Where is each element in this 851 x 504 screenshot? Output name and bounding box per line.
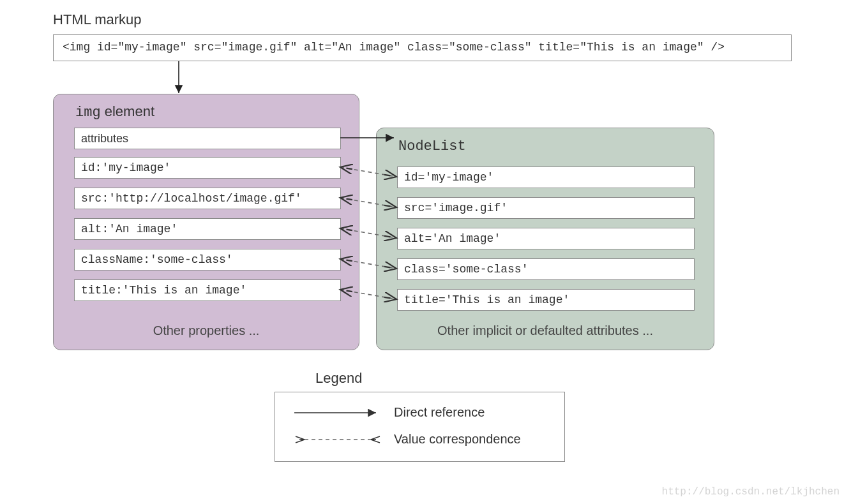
slot-src-prop: src:'http://localhost/image.gif' bbox=[74, 188, 341, 209]
panel-footer-nodelist: Other implicit or defaulted attributes .… bbox=[377, 323, 714, 338]
legend-box: Direct reference Value correspondence bbox=[275, 392, 565, 462]
slot-class-attr: class='some-class' bbox=[397, 258, 695, 280]
slot-title-attr: title='This is an image' bbox=[397, 289, 695, 311]
slot-attributes: attributes bbox=[74, 128, 341, 149]
legend-row-valcorr: Value correspondence bbox=[293, 432, 521, 447]
panel-title-code: img bbox=[75, 105, 101, 121]
legend-direct-label: Direct reference bbox=[394, 405, 485, 420]
panel-nodelist: NodeList id='my-image' src='image.gif' a… bbox=[376, 128, 714, 350]
panel-title-nodelist: NodeList bbox=[398, 138, 466, 154]
slot-title-prop: title:'This is an image' bbox=[74, 279, 341, 301]
watermark: http://blog.csdn.net/lkjhchen bbox=[662, 486, 840, 498]
panel-title-text: element bbox=[101, 103, 154, 119]
legend-title: Legend bbox=[315, 370, 362, 387]
slot-id-prop: id:'my-image' bbox=[74, 157, 341, 179]
legend-row-direct: Direct reference bbox=[293, 405, 485, 420]
section-title-markup: HTML markup bbox=[53, 11, 142, 28]
legend-valcorr-label: Value correspondence bbox=[394, 432, 521, 447]
panel-title-img: img element bbox=[75, 103, 154, 121]
arrow-solid-icon bbox=[293, 406, 382, 419]
slot-classname-prop: className:'some-class' bbox=[74, 249, 341, 271]
panel-footer-img: Other properties ... bbox=[54, 323, 359, 338]
slot-id-attr: id='my-image' bbox=[397, 167, 695, 188]
arrow-dashed-double-icon bbox=[293, 433, 382, 446]
slot-alt-prop: alt:'An image' bbox=[74, 218, 341, 240]
panel-img-element: img element attributes id:'my-image' src… bbox=[53, 94, 359, 350]
slot-src-attr: src='image.gif' bbox=[397, 197, 695, 219]
slot-alt-attr: alt='An image' bbox=[397, 228, 695, 249]
html-markup-code: <img id="my-image" src="image.gif" alt="… bbox=[53, 34, 792, 61]
